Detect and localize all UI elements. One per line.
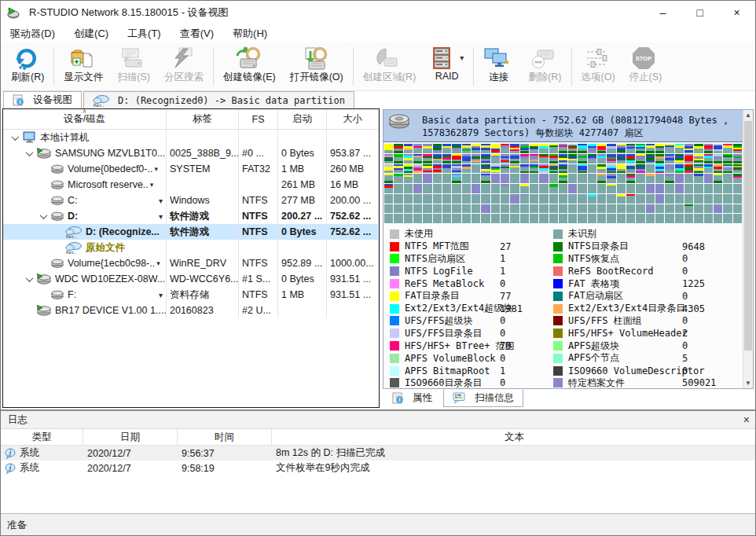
map-block xyxy=(491,164,500,174)
menu-tools[interactable]: 工具(T) xyxy=(118,24,171,42)
menu-view[interactable]: 查看(V) xyxy=(171,24,223,42)
map-block xyxy=(481,184,490,193)
device-name-label: BR17 DEVICE V1.00 1.... xyxy=(55,305,167,316)
scan-button: 扫描(S) xyxy=(110,42,157,90)
expand-chevron-icon[interactable] xyxy=(12,133,20,141)
column-header-0[interactable]: 设备/磁盘∧ xyxy=(3,109,167,129)
scrollbar[interactable]: ▲ ▼ xyxy=(743,110,753,388)
raid-button[interactable]: ▾RAID xyxy=(423,42,471,90)
tree-row-d-recognized[interactable]: Rec.D: (Recognize...软件游戏NTFS0 Bytes752.6… xyxy=(3,224,379,240)
create-region-icon xyxy=(374,46,401,70)
log-column-header-1[interactable]: 日期 xyxy=(83,429,178,445)
tree-row-wdc-wd10ezex[interactable]: WDC WD10EZEX-08W...WD-WCC6Y6...#1 S...0 … xyxy=(3,271,379,287)
volume-dropdown-icon[interactable]: ▾ xyxy=(159,196,163,205)
legend-hfs-btree-count: 70 xyxy=(500,340,511,351)
column-header-3[interactable]: 启动 xyxy=(278,109,327,129)
legend-ext-superblock-swatch xyxy=(390,304,399,314)
map-block xyxy=(501,144,509,153)
delete-icon xyxy=(530,46,556,70)
map-block xyxy=(655,174,664,183)
tree-row-f-drive[interactable]: F:▾资料存储NTFS1 MB931.51 ... xyxy=(3,287,379,303)
menu-help[interactable]: 帮助(H) xyxy=(223,24,277,42)
log-column-header-3[interactable]: 文本 xyxy=(272,429,756,445)
fs-cell: NTFS xyxy=(239,193,278,208)
scroll-down-icon[interactable]: ▼ xyxy=(743,378,753,388)
map-block xyxy=(520,214,529,223)
volume-dropdown-icon[interactable]: ▾ xyxy=(156,259,160,267)
legend-ntfs-logfile-label: NTFS LogFile xyxy=(405,266,473,277)
tree-row-volume-1ecb0c98[interactable]: Volume{1ecb0c98-..▾WinRE_DRVNTFS952.89 .… xyxy=(3,255,379,271)
column-header-2[interactable]: FS xyxy=(239,109,278,129)
expand-chevron-icon[interactable] xyxy=(40,211,48,219)
legend-ntfs-restore: NTFS恢复点0 xyxy=(553,253,744,266)
log-row[interactable]: i系统2020/12/79:58:19文件枚举在9秒内完成 xyxy=(1,461,756,475)
legend-unused-label: 未使用 xyxy=(405,227,433,240)
volume-dropdown-icon[interactable]: ▾ xyxy=(159,291,163,299)
disk-volume-icon xyxy=(51,180,64,189)
log-close-icon[interactable]: × xyxy=(743,414,750,425)
tree-row-d-drive[interactable]: D:▾软件游戏NTFS200.27 ...752.62 ... xyxy=(3,208,379,224)
log-row[interactable]: i系统2020/12/79:56:378m 12s 的 D: 扫描已完成 xyxy=(1,446,756,461)
scroll-up-icon[interactable]: ▲ xyxy=(743,110,753,120)
tree-row-samsung-mzvlb1t0[interactable]: SAMSUNG MZVLB1T0...0025_388B_9...#0 ...0… xyxy=(3,145,379,161)
create-image-button[interactable]: 创建镜像(E) xyxy=(216,42,283,90)
size-cell xyxy=(327,303,379,318)
tree-row-c-drive[interactable]: C:▾WindowsNTFS277 MB200.00 ... xyxy=(3,193,379,208)
map-block xyxy=(723,184,732,193)
legend-fat-dir-count: 77 xyxy=(500,291,511,302)
menu-create[interactable]: 创建(C) xyxy=(64,24,118,42)
maximize-button[interactable]: □ xyxy=(681,1,718,24)
legend-fat-boot-swatch xyxy=(553,292,563,301)
expand-chevron-icon[interactable] xyxy=(26,149,34,156)
map-block xyxy=(549,144,558,153)
label-cell: Windows xyxy=(167,193,239,208)
show-files-button[interactable]: 显示文件 xyxy=(57,42,110,90)
scan-block-map[interactable] xyxy=(384,144,742,223)
tab-scan-info[interactable]: 扫描信息 xyxy=(443,389,523,407)
map-block xyxy=(655,154,664,163)
label-cell: SYSTEM xyxy=(167,161,239,177)
tree-row-volume-0bedecf0[interactable]: Volume{0bedecf0-..▾SYSTEMFAT321 MB260 MB xyxy=(3,161,379,177)
volume-dropdown-icon[interactable]: ▾ xyxy=(154,165,158,173)
close-button[interactable]: × xyxy=(718,1,755,24)
dropdown-caret-icon[interactable]: ▾ xyxy=(460,53,464,62)
map-block xyxy=(733,184,742,193)
log-column-header-2[interactable]: 时间 xyxy=(178,429,272,445)
expand-chevron-icon[interactable] xyxy=(26,274,34,282)
device-name-label: F: xyxy=(68,289,76,300)
open-image-button[interactable]: 打开镜像(O) xyxy=(283,42,350,90)
map-block xyxy=(530,144,538,153)
view-tab-bar: i设备视图Rec.D: (Recognized0) -> Basic data … xyxy=(1,91,755,108)
volume-dropdown-icon[interactable]: ▾ xyxy=(159,212,163,221)
column-header-4[interactable]: 大小 xyxy=(327,109,379,129)
map-block xyxy=(607,214,615,223)
tab-device-view[interactable]: i设备视图 xyxy=(3,91,82,108)
map-block xyxy=(452,184,461,193)
minimize-button[interactable]: – xyxy=(644,1,681,24)
menu-drive[interactable]: 驱动器(D) xyxy=(1,24,64,42)
map-block xyxy=(675,144,684,153)
legend-hfs-volumeheader-label: HFS/HFS+ VolumeHeader xyxy=(568,328,688,339)
tree-row-local-computer[interactable]: 本地计算机 xyxy=(3,130,379,145)
volume-dropdown-icon[interactable]: ▾ xyxy=(150,181,154,189)
map-block xyxy=(413,194,422,204)
tree-row-raw-files[interactable]: Rec.原始文件 xyxy=(3,240,379,255)
map-block xyxy=(733,144,742,153)
tree-row-br17-device[interactable]: BR17 DEVICE V1.00 1....20160823#2 U... xyxy=(3,303,379,318)
map-block xyxy=(539,214,548,223)
legend-apfs-bitmaproot-count: 1 xyxy=(500,365,505,376)
tree-row-microsoft-reserved[interactable]: Microsoft reserve..▾261 MB16 MB xyxy=(3,177,379,193)
scroll-thumb[interactable] xyxy=(744,121,752,351)
refresh-button[interactable]: 刷新(R) xyxy=(4,42,51,90)
r-studio-window: { "window": { "title": "R-STUDIO Network… xyxy=(0,0,756,536)
map-block xyxy=(578,194,586,204)
column-header-1[interactable]: 标签 xyxy=(167,109,239,129)
legend-unrecognized: 未识别 xyxy=(553,228,744,240)
map-block xyxy=(578,184,586,193)
tab-recognized-partition[interactable]: Rec.D: (Recognized0) -> Basic data parti… xyxy=(83,91,354,108)
tab-properties[interactable]: i属性 xyxy=(384,389,441,407)
map-block xyxy=(607,144,615,153)
connect-button[interactable]: 连接 xyxy=(476,42,521,90)
map-block xyxy=(462,164,471,174)
log-column-header-0[interactable]: 类型 xyxy=(1,429,83,445)
